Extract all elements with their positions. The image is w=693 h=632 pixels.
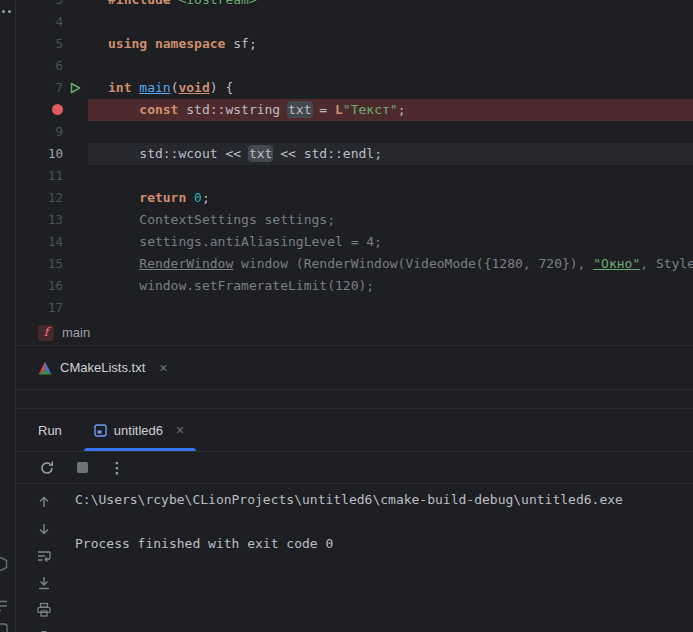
tab-cmakelists[interactable]: CMakeLists.txt ×	[38, 360, 169, 375]
gutter-icon-slot	[63, 143, 88, 165]
close-icon[interactable]: ×	[174, 423, 186, 437]
line-number: 15	[16, 253, 63, 275]
code-token: const	[139, 102, 186, 117]
code-text[interactable]: int main(void) {	[88, 77, 693, 99]
editor-gutter[interactable]: 3	[16, 0, 88, 11]
close-icon[interactable]: ×	[157, 361, 169, 375]
editor-gutter[interactable]: 4	[16, 11, 88, 33]
code-line[interactable]: 13 ContextSettings settings;	[16, 209, 693, 231]
code-token	[108, 256, 139, 271]
function-icon: f	[38, 325, 54, 341]
code-line[interactable]: const std::wstring txt = L"Текст";	[16, 99, 693, 121]
breakpoint-icon[interactable]	[52, 104, 63, 115]
editor-gutter[interactable]: 13	[16, 209, 88, 231]
code-line[interactable]: 7int main(void) {	[16, 77, 693, 99]
code-token: std::endl	[304, 146, 374, 161]
code-line[interactable]: 11	[16, 165, 693, 187]
gutter-icon-slot	[63, 187, 88, 209]
console-line-blank	[75, 511, 693, 533]
code-token: ;	[202, 190, 210, 205]
scroll-to-end-icon[interactable]	[36, 575, 52, 591]
gutter-icon-slot	[63, 209, 88, 231]
code-text[interactable]: window.setFramerateLimit(120);	[88, 275, 693, 297]
code-editor[interactable]: 3#include <iostream>45using namespace sf…	[16, 0, 693, 320]
code-text[interactable]: RenderWindow window (RenderWindow(VideoM…	[88, 253, 693, 275]
code-token: int	[108, 80, 139, 95]
tab-untitled6[interactable]: untitled6 ×	[84, 409, 196, 451]
code-line[interactable]: 4	[16, 11, 693, 33]
bottom-tool-icon[interactable]	[0, 622, 9, 632]
editor-gutter[interactable]: 16	[16, 275, 88, 297]
line-number: 7	[16, 77, 63, 99]
code-token: , Style	[640, 256, 693, 271]
services-icon[interactable]	[0, 556, 9, 572]
code-text[interactable]	[88, 165, 693, 187]
code-text[interactable]: using namespace sf;	[88, 33, 693, 55]
editor-gutter[interactable]	[16, 99, 88, 121]
editor-gutter[interactable]: 7	[16, 77, 88, 99]
code-line[interactable]: 9	[16, 121, 693, 143]
code-text[interactable]	[88, 121, 693, 143]
code-text[interactable]: #include <iostream>	[88, 0, 693, 11]
soft-wrap-icon[interactable]	[36, 548, 52, 564]
run-tab-label: untitled6	[114, 423, 163, 438]
breadcrumb[interactable]: main	[62, 325, 90, 340]
code-text[interactable]	[88, 55, 693, 77]
code-text[interactable]	[88, 297, 693, 319]
down-arrow-icon[interactable]	[36, 521, 52, 537]
editor-gutter[interactable]: 5	[16, 33, 88, 55]
code-line[interactable]: 6	[16, 55, 693, 77]
toolwindow-title[interactable]: Run	[16, 423, 62, 438]
editor-gutter[interactable]: 6	[16, 55, 88, 77]
code-token	[108, 146, 139, 161]
run-line-icon[interactable]	[63, 77, 88, 99]
more-options-icon[interactable]: ⋮	[108, 459, 126, 477]
code-token: RenderWindow	[139, 256, 233, 271]
code-text[interactable]: std::wcout << txt << std::endl;	[88, 143, 693, 165]
console-line-path: C:\Users\rcybe\CLionProjects\untitled6\c…	[75, 489, 693, 511]
run-console: C:\Users\rcybe\CLionProjects\untitled6\c…	[16, 484, 693, 632]
code-token: ContextSettings settings;	[108, 212, 335, 227]
line-number: 5	[16, 33, 63, 55]
console-output[interactable]: C:\Users\rcybe\CLionProjects\untitled6\c…	[75, 484, 693, 632]
code-token: settings.antiAliasingLevel = 4;	[108, 234, 382, 249]
code-line[interactable]: 5using namespace sf;	[16, 33, 693, 55]
code-text[interactable]	[88, 11, 693, 33]
code-token: ) {	[210, 80, 233, 95]
line-number: 13	[16, 209, 63, 231]
code-text[interactable]: settings.antiAliasingLevel = 4;	[88, 231, 693, 253]
up-arrow-icon[interactable]	[36, 494, 52, 510]
run-configuration-icon	[94, 424, 107, 437]
editor-gutter[interactable]: 9	[16, 121, 88, 143]
print-icon[interactable]	[36, 602, 52, 618]
code-text[interactable]: return 0;	[88, 187, 693, 209]
gutter-icon-slot	[63, 11, 88, 33]
todo-list-icon[interactable]	[0, 598, 9, 614]
editor-gutter[interactable]: 11	[16, 165, 88, 187]
editor-gutter[interactable]: 12	[16, 187, 88, 209]
code-line[interactable]: 3#include <iostream>	[16, 0, 693, 11]
code-line[interactable]: 12 return 0;	[16, 187, 693, 209]
gutter-icon-slot	[63, 297, 88, 319]
code-line[interactable]: 14 settings.antiAliasingLevel = 4;	[16, 231, 693, 253]
code-text[interactable]: ContextSettings settings;	[88, 209, 693, 231]
line-number: 6	[16, 55, 63, 77]
code-token: <iostream>	[178, 0, 256, 7]
run-toolwindow-header: Run untitled6 ×	[16, 408, 693, 452]
line-number: 12	[16, 187, 63, 209]
code-line[interactable]: 15 RenderWindow window (RenderWindow(Vid…	[16, 253, 693, 275]
code-line[interactable]: 10 std::wcout << txt << std::endl;	[16, 143, 693, 165]
code-line[interactable]: 16 window.setFramerateLimit(120);	[16, 275, 693, 297]
more-dots-icon[interactable]	[2, 10, 11, 13]
stop-icon[interactable]	[73, 459, 91, 477]
rerun-icon[interactable]	[38, 459, 56, 477]
editor-gutter[interactable]: 17	[16, 297, 88, 319]
code-token: <<	[218, 146, 249, 161]
code-text[interactable]: const std::wstring txt = L"Текст";	[88, 99, 693, 121]
editor-gutter[interactable]: 15	[16, 253, 88, 275]
editor-gutter[interactable]: 10	[16, 143, 88, 165]
editor-gutter[interactable]: 14	[16, 231, 88, 253]
line-number: 17	[16, 297, 63, 319]
code-line[interactable]: 17	[16, 297, 693, 319]
code-token	[108, 102, 139, 117]
